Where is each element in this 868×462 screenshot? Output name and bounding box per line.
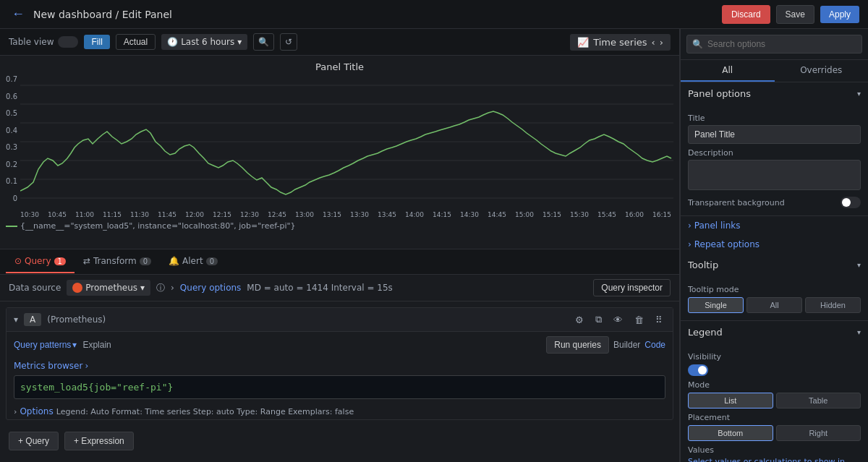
query-tab-badge: 1 bbox=[54, 257, 66, 265]
metrics-browser-link[interactable]: Metrics browser › bbox=[14, 361, 88, 371]
y-label-2: 0.5 bbox=[6, 109, 17, 117]
info-icon: ⓘ bbox=[156, 282, 165, 294]
query-options-link[interactable]: Query options bbox=[180, 283, 241, 293]
visualization-picker[interactable]: 📈 Time series ‹ › bbox=[570, 34, 671, 51]
panel-chart-title: Panel Title bbox=[0, 61, 679, 72]
svg-text:12:45: 12:45 bbox=[268, 211, 286, 218]
query-patterns-button[interactable]: Query patterns ▾ bbox=[14, 340, 77, 350]
tooltip-header[interactable]: Tooltip ▾ bbox=[681, 254, 868, 276]
transform-tab-badge: 0 bbox=[140, 257, 151, 265]
tab-transform[interactable]: ⇄ Transform 0 bbox=[75, 250, 160, 273]
legend-text: {__name__="system_load5", instance="loca… bbox=[20, 221, 296, 231]
add-query-button[interactable]: + Query bbox=[9, 432, 59, 450]
tab-query[interactable]: ⊙ Query 1 bbox=[6, 250, 75, 273]
rtab-overrides[interactable]: Overrides bbox=[775, 60, 869, 82]
panel-options-section: Panel options ▾ Title Description Transp… bbox=[681, 82, 868, 216]
options-label: Options bbox=[20, 406, 53, 416]
transparent-bg-row: Transparent background bbox=[688, 197, 861, 208]
tooltip-mode-group: Single All Hidden bbox=[688, 297, 861, 313]
svg-text:15:00: 15:00 bbox=[515, 211, 534, 218]
y-label-6: 0.1 bbox=[6, 177, 17, 185]
svg-text:14:00: 14:00 bbox=[405, 211, 424, 218]
panel-options-chevron: ▾ bbox=[857, 90, 861, 98]
repeat-options-chevron: › bbox=[688, 239, 692, 249]
explain-button[interactable]: Explain bbox=[82, 340, 111, 350]
builder-button[interactable]: Builder bbox=[613, 336, 640, 354]
metrics-browser-label: Metrics browser bbox=[14, 361, 82, 371]
query-eye-button[interactable]: 👁 bbox=[610, 313, 626, 327]
back-button[interactable]: ← bbox=[9, 7, 27, 22]
description-field-label: Description bbox=[688, 148, 861, 158]
legend-label: Legend bbox=[688, 327, 723, 338]
svg-text:16:15: 16:15 bbox=[652, 211, 671, 218]
discard-button[interactable]: Discard bbox=[722, 5, 770, 24]
query-input[interactable]: system_load5{job="reef-pi"} bbox=[14, 375, 665, 399]
meta-info: MD = auto = 1414 Interval = 15s bbox=[247, 283, 587, 293]
placement-bottom-button[interactable]: Bottom bbox=[688, 425, 773, 441]
description-input[interactable] bbox=[688, 160, 861, 190]
placement-label: Placement bbox=[688, 413, 861, 422]
zoom-button[interactable]: 🔍 bbox=[253, 33, 274, 51]
legend-header[interactable]: Legend ▾ bbox=[681, 321, 868, 343]
y-label-1: 0.6 bbox=[6, 93, 17, 100]
alert-tab-badge: 0 bbox=[206, 257, 218, 265]
svg-text:13:30: 13:30 bbox=[350, 211, 369, 218]
datasource-select[interactable]: Prometheus ▾ bbox=[67, 280, 150, 296]
query-drag-button[interactable]: ⠿ bbox=[652, 313, 665, 327]
repeat-options-toggle[interactable]: › Repeat options bbox=[681, 235, 868, 254]
repeat-options-label: Repeat options bbox=[694, 239, 760, 249]
options-meta: Legend: Auto Format: Time series Step: a… bbox=[56, 407, 354, 416]
query-inspector-button[interactable]: Query inspector bbox=[593, 279, 671, 296]
query-tab-label: Query bbox=[25, 256, 51, 266]
transparent-bg-toggle[interactable] bbox=[841, 197, 861, 208]
run-queries-button[interactable]: Run queries bbox=[546, 336, 609, 354]
legend-visibility-toggle[interactable] bbox=[688, 364, 708, 376]
query-copy-button[interactable]: ⧉ bbox=[592, 312, 605, 327]
right-panel-tabs: All Overrides bbox=[681, 60, 868, 82]
fill-button[interactable]: Fill bbox=[84, 35, 109, 49]
placement-right-button[interactable]: Right bbox=[776, 425, 861, 441]
svg-text:11:00: 11:00 bbox=[75, 211, 94, 218]
legend-table-button[interactable]: Table bbox=[776, 393, 861, 408]
y-label-3: 0.4 bbox=[6, 127, 17, 134]
legend-color-line bbox=[6, 226, 17, 227]
svg-text:10:45: 10:45 bbox=[48, 211, 67, 218]
chart-toolbar: Table view Fill Actual 🕐 Last 6 hours ▾ … bbox=[0, 29, 679, 56]
add-expression-button[interactable]: + Expression bbox=[64, 432, 134, 450]
time-range-picker[interactable]: 🕐 Last 6 hours ▾ bbox=[161, 34, 247, 50]
rtab-all[interactable]: All bbox=[681, 60, 775, 82]
table-view-switch[interactable] bbox=[58, 36, 78, 48]
datasource-name: Prometheus bbox=[85, 283, 137, 293]
legend-list-button[interactable]: List bbox=[688, 393, 773, 408]
actual-button[interactable]: Actual bbox=[116, 34, 156, 50]
query-patterns-label: Query patterns bbox=[14, 340, 71, 350]
tooltip-hidden-button[interactable]: Hidden bbox=[805, 297, 861, 313]
svg-text:12:15: 12:15 bbox=[213, 211, 231, 218]
tab-alert[interactable]: 🔔 Alert 0 bbox=[160, 250, 226, 273]
query-delete-button[interactable]: 🗑 bbox=[631, 313, 647, 327]
panel-links-toggle[interactable]: › Panel links bbox=[681, 216, 868, 235]
metrics-browser-bar: Metrics browser › bbox=[7, 358, 673, 375]
y-label-5: 0.2 bbox=[6, 161, 17, 168]
query-settings-button[interactable]: ⚙ bbox=[572, 313, 587, 327]
search-box: 🔍 bbox=[681, 29, 868, 60]
legend-mode-label: Mode bbox=[688, 380, 861, 390]
options-bar[interactable]: › Options Legend: Auto Format: Time seri… bbox=[7, 403, 673, 419]
tooltip-all-button[interactable]: All bbox=[746, 297, 802, 313]
options-chevron: › bbox=[14, 407, 17, 416]
search-input[interactable] bbox=[686, 35, 862, 54]
save-button[interactable]: Save bbox=[776, 5, 814, 24]
refresh-button[interactable]: ↺ bbox=[280, 33, 297, 51]
apply-button[interactable]: Apply bbox=[820, 6, 859, 23]
query-source: (Prometheus) bbox=[47, 315, 106, 325]
svg-text:11:30: 11:30 bbox=[130, 211, 149, 218]
panel-title-input[interactable] bbox=[688, 125, 861, 144]
query-row-actions: ⚙ ⧉ 👁 🗑 ⠿ bbox=[572, 312, 665, 327]
panel-options-header[interactable]: Panel options ▾ bbox=[681, 82, 868, 105]
alert-tab-icon: 🔔 bbox=[169, 256, 179, 266]
code-button[interactable]: Code bbox=[644, 336, 665, 354]
panel-options-label: Panel options bbox=[688, 88, 751, 99]
table-view-toggle: Table view bbox=[9, 36, 78, 48]
tooltip-single-button[interactable]: Single bbox=[688, 297, 744, 313]
time-range-label: Last 6 hours bbox=[181, 37, 234, 47]
